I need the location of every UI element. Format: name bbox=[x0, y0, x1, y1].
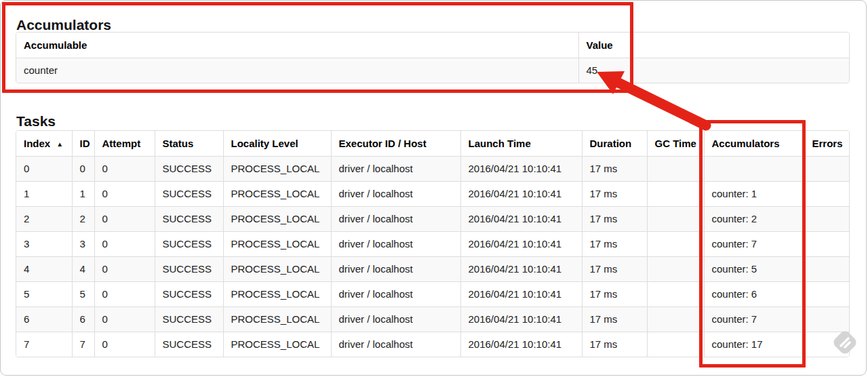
table-cell: SUCCESS bbox=[155, 332, 223, 357]
table-cell: driver / localhost bbox=[331, 332, 460, 357]
table-cell: 2016/04/21 10:10:41 bbox=[460, 332, 582, 357]
table-cell: counter: 6 bbox=[704, 281, 804, 306]
table-cell bbox=[804, 256, 850, 281]
table-cell: 0 bbox=[94, 206, 155, 231]
accumulators-section-title: Accumulators bbox=[16, 17, 111, 33]
table-cell bbox=[804, 332, 850, 357]
table-cell: 4 bbox=[16, 256, 72, 281]
table-cell: counter: 2 bbox=[704, 206, 804, 231]
column-header-index[interactable]: Index▲ bbox=[16, 131, 72, 156]
table-cell: driver / localhost bbox=[331, 256, 460, 281]
table-cell: driver / localhost bbox=[331, 181, 460, 206]
column-header-errors[interactable]: Errors bbox=[804, 131, 850, 156]
column-header-id[interactable]: ID bbox=[72, 131, 94, 156]
column-header-launch-time[interactable]: Launch Time bbox=[460, 131, 582, 156]
table-cell: driver / localhost bbox=[331, 306, 460, 332]
table-cell: 7 bbox=[72, 332, 94, 357]
table-cell: 7 bbox=[16, 332, 72, 357]
table-cell bbox=[647, 181, 704, 206]
table-cell: 1 bbox=[16, 181, 72, 206]
table-cell: SUCCESS bbox=[155, 181, 223, 206]
tasks-header-row: Index▲ ID Attempt Status Locality Level … bbox=[16, 131, 850, 156]
table-cell: SUCCESS bbox=[155, 306, 223, 332]
table-cell bbox=[647, 206, 704, 231]
table-cell: driver / localhost bbox=[331, 156, 460, 181]
table-row: 770SUCCESSPROCESS_LOCALdriver / localhos… bbox=[16, 332, 850, 357]
table-cell bbox=[647, 281, 704, 306]
table-row: 000SUCCESSPROCESS_LOCALdriver / localhos… bbox=[16, 156, 850, 181]
table-cell: 17 ms bbox=[582, 306, 647, 332]
table-row: counter 45 bbox=[16, 58, 850, 83]
tasks-table: Index▲ ID Attempt Status Locality Level … bbox=[16, 130, 850, 357]
table-cell: 6 bbox=[16, 306, 72, 332]
tasks-section-title: Tasks bbox=[16, 113, 56, 130]
table-cell: PROCESS_LOCAL bbox=[223, 206, 331, 231]
table-cell: 17 ms bbox=[582, 281, 647, 306]
table-cell: SUCCESS bbox=[155, 281, 223, 306]
table-cell: driver / localhost bbox=[331, 231, 460, 256]
table-cell: counter: 7 bbox=[704, 306, 804, 332]
column-header-accumulators[interactable]: Accumulators bbox=[704, 131, 804, 156]
table-cell: counter: 17 bbox=[704, 332, 804, 357]
value-column-header: Value bbox=[578, 33, 850, 58]
table-cell: 5 bbox=[72, 281, 94, 306]
table-cell: 2016/04/21 10:10:41 bbox=[460, 281, 582, 306]
column-header-executor-id-host[interactable]: Executor ID / Host bbox=[331, 131, 460, 156]
column-header-status[interactable]: Status bbox=[155, 131, 223, 156]
table-cell: 0 bbox=[94, 256, 155, 281]
table-cell: 17 ms bbox=[582, 181, 647, 206]
table-cell: PROCESS_LOCAL bbox=[223, 181, 331, 206]
table-cell: 0 bbox=[94, 332, 155, 357]
accumulable-value-cell: 45 bbox=[578, 58, 850, 83]
tasks-table-body: 000SUCCESSPROCESS_LOCALdriver / localhos… bbox=[16, 156, 850, 357]
table-cell: 2 bbox=[72, 206, 94, 231]
table-cell: 2016/04/21 10:10:41 bbox=[460, 306, 582, 332]
table-cell: PROCESS_LOCAL bbox=[223, 231, 331, 256]
accumulable-header-row: Accumulable Value bbox=[16, 33, 850, 58]
table-row: 550SUCCESSPROCESS_LOCALdriver / localhos… bbox=[16, 281, 850, 306]
table-cell: counter: 5 bbox=[704, 256, 804, 281]
table-cell bbox=[647, 231, 704, 256]
table-cell bbox=[804, 206, 850, 231]
table-row: 220SUCCESSPROCESS_LOCALdriver / localhos… bbox=[16, 206, 850, 231]
column-header-duration[interactable]: Duration bbox=[582, 131, 647, 156]
table-cell: 2016/04/21 10:10:41 bbox=[460, 256, 582, 281]
table-row: 660SUCCESSPROCESS_LOCALdriver / localhos… bbox=[16, 306, 850, 332]
column-header-attempt[interactable]: Attempt bbox=[94, 131, 155, 156]
table-cell: PROCESS_LOCAL bbox=[223, 281, 331, 306]
table-cell: counter: 1 bbox=[704, 181, 804, 206]
table-cell: 17 ms bbox=[582, 256, 647, 281]
table-cell bbox=[804, 281, 850, 306]
table-cell bbox=[804, 156, 850, 181]
table-cell: 0 bbox=[94, 231, 155, 256]
table-cell: 2016/04/21 10:10:41 bbox=[460, 206, 582, 231]
table-cell: 1 bbox=[72, 181, 94, 206]
table-cell: SUCCESS bbox=[155, 206, 223, 231]
table-cell: PROCESS_LOCAL bbox=[223, 156, 331, 181]
table-cell: 0 bbox=[16, 156, 72, 181]
table-cell: 17 ms bbox=[582, 231, 647, 256]
table-cell: 0 bbox=[72, 156, 94, 181]
table-cell: 17 ms bbox=[582, 156, 647, 181]
table-cell: PROCESS_LOCAL bbox=[223, 332, 331, 357]
table-cell: 0 bbox=[94, 156, 155, 181]
table-cell: 2016/04/21 10:10:41 bbox=[460, 156, 582, 181]
table-cell: 5 bbox=[16, 281, 72, 306]
table-cell: SUCCESS bbox=[155, 231, 223, 256]
table-cell: 2016/04/21 10:10:41 bbox=[460, 181, 582, 206]
table-cell bbox=[647, 332, 704, 357]
table-cell: 3 bbox=[72, 231, 94, 256]
table-cell: PROCESS_LOCAL bbox=[223, 306, 331, 332]
table-cell bbox=[804, 181, 850, 206]
accumulable-name-cell: counter bbox=[16, 58, 578, 83]
column-header-locality-level[interactable]: Locality Level bbox=[223, 131, 331, 156]
table-cell: PROCESS_LOCAL bbox=[223, 256, 331, 281]
table-cell: 4 bbox=[72, 256, 94, 281]
table-cell: 17 ms bbox=[582, 206, 647, 231]
table-cell: counter: 7 bbox=[704, 231, 804, 256]
table-cell: driver / localhost bbox=[331, 206, 460, 231]
table-cell bbox=[647, 306, 704, 332]
table-cell: 0 bbox=[94, 181, 155, 206]
column-header-gc-time[interactable]: GC Time bbox=[647, 131, 704, 156]
table-cell: 6 bbox=[72, 306, 94, 332]
